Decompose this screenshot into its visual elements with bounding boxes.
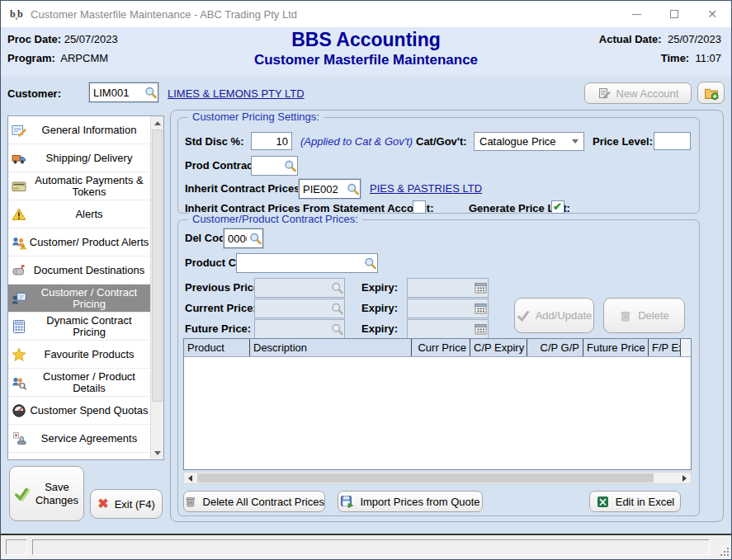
sidebar-scrollbar-thumb[interactable] (152, 129, 163, 402)
delete-icon (619, 309, 632, 322)
import-prices-from-quote-button[interactable]: Import Prices from Quote (338, 491, 483, 512)
import-icon (340, 495, 354, 509)
del-code-field[interactable] (224, 228, 263, 248)
inherit-contract-field[interactable] (299, 179, 361, 199)
column-header-description[interactable]: Description (250, 339, 412, 356)
close-icon: ✕ (707, 8, 717, 20)
cat-gov-select[interactable]: Catalogue Price (474, 132, 584, 151)
new-account-button: New Account (584, 82, 692, 104)
previous-expiry-input (408, 282, 474, 294)
app-title: BBS Accounting (254, 28, 478, 51)
save-check-icon (15, 487, 30, 501)
sidebar-item-alerts[interactable]: Alerts (8, 200, 151, 228)
column-header-curr-price[interactable]: Curr Price (412, 339, 470, 356)
program-value: ARPCMM (60, 52, 108, 64)
sidebar-item-customer-spend-quotas[interactable]: Customer Spend Quotas (8, 397, 151, 425)
header-left: Proc Date: 25/07/2023 Program: ARPCMM (7, 33, 118, 71)
exit-button[interactable]: ✖ Exit (F4) (90, 489, 163, 519)
product-code-field[interactable] (236, 253, 378, 273)
price-level-label: Price Level: (593, 135, 653, 148)
current-expiry-field (407, 299, 489, 318)
search-icon[interactable] (283, 159, 297, 172)
contract-prices-legend: Customer/Product Contract Prices: (188, 213, 362, 225)
delete-all-label: Delete All Contract Prices (203, 496, 324, 508)
trash-icon (184, 495, 197, 508)
screen-title: Customer Masterfile Maintenance (254, 51, 478, 69)
proc-date-label: Proc Date: (7, 33, 61, 45)
column-header-cp-gp[interactable]: C/P G/P (527, 339, 583, 356)
status-cell-main (32, 539, 710, 555)
scroll-left-icon[interactable] (184, 473, 196, 483)
minimize-button[interactable] (617, 1, 655, 27)
customer-product-details-icon (11, 375, 27, 390)
del-code-input[interactable] (224, 233, 248, 245)
sidebar-item-document-destinations[interactable]: Document Destinations (8, 256, 151, 285)
close-button[interactable]: ✕ (693, 1, 731, 27)
sidebar-list: General Information Shipping/ Delivery A… (8, 116, 151, 453)
time-label: Time: (661, 52, 689, 64)
scroll-right-icon[interactable] (678, 473, 691, 483)
column-header-filler (681, 339, 691, 356)
save-changes-button[interactable]: Save Changes (9, 466, 84, 521)
delete-all-contract-prices-button[interactable]: Delete All Contract Prices (183, 491, 325, 512)
sidebar-item-favourite-products[interactable]: Favourite Products (8, 341, 151, 369)
column-header-product[interactable]: Product (184, 339, 250, 356)
price-level-input[interactable] (654, 132, 691, 150)
search-icon[interactable] (248, 232, 262, 245)
search-icon (330, 302, 344, 315)
horizontal-scrollbar-thumb[interactable] (197, 473, 654, 482)
main-panel: Customer Pricing Settings: Std Disc %: (… (170, 110, 724, 522)
actual-date-value: 25/07/2023 (668, 33, 721, 45)
table-horizontal-scrollbar[interactable] (183, 472, 692, 484)
scroll-up-icon[interactable] (151, 116, 164, 129)
sidebar-item-customer-product-details[interactable]: Customer / Product Details (8, 369, 151, 397)
std-disc-input[interactable] (251, 132, 292, 150)
header-right: Actual Date: 25/07/2023 Time: 11:07 (599, 33, 721, 71)
product-code-input[interactable] (237, 257, 363, 270)
current-expiry-input (408, 303, 474, 315)
maximize-button[interactable] (655, 1, 693, 27)
column-header-cp-expiry[interactable]: C/P Expiry (470, 339, 527, 356)
title-bar: Customer Masterfile Maintenance - ABC Tr… (1, 1, 731, 27)
previous-expiry-field (407, 278, 489, 298)
search-icon[interactable] (144, 86, 158, 99)
inherit-contract-input[interactable] (300, 183, 346, 195)
scroll-down-icon[interactable] (151, 446, 164, 459)
contract-prices-group: Customer/Product Contract Prices: Del Co… (177, 219, 700, 516)
calculator-icon (11, 319, 27, 334)
sidebar-scrollbar[interactable] (150, 116, 163, 459)
add-update-label: Add/Update (536, 309, 593, 322)
current-price-input (255, 303, 330, 315)
previous-price-label: Previous Price: (185, 281, 263, 294)
sidebar-item-customer-product-alerts[interactable]: Customer/ Product Alerts (8, 228, 151, 256)
resize-grip[interactable] (719, 546, 729, 556)
prod-contract-input[interactable] (252, 160, 283, 172)
excel-icon (596, 495, 610, 509)
inherit-account-link[interactable]: PIES & PASTRIES LTD (370, 182, 482, 195)
customer-code-input[interactable] (90, 87, 144, 99)
inherit-statement-checkbox[interactable] (413, 200, 426, 214)
prod-contract-label: Prod Contract: (185, 159, 260, 172)
customer-code-field[interactable] (89, 82, 158, 102)
column-header-fp-ex[interactable]: F/P Ex (649, 339, 681, 356)
edit-in-excel-button[interactable]: Edit in Excel (589, 491, 681, 512)
sidebar-item-service-agreements[interactable]: Service Agreements (8, 425, 151, 453)
customer-name-link[interactable]: LIMES & LEMONS PTY LTD (168, 87, 305, 100)
generate-price-list-checkbox[interactable] (551, 200, 564, 214)
calendar-icon (474, 281, 488, 294)
sidebar-item-customer-contract-pricing[interactable]: Customer / Contract Pricing (8, 285, 151, 313)
sidebar-item-general-information[interactable]: General Information (8, 116, 151, 144)
sidebar-item-automatic-payments[interactable]: Automatic Payments & Tokens (8, 172, 151, 200)
prod-contract-field[interactable] (251, 156, 298, 176)
column-header-future-price[interactable]: Future Price (583, 339, 649, 356)
sidebar-item-shipping-delivery[interactable]: Shipping/ Delivery (8, 144, 151, 172)
chevron-down-icon[interactable] (567, 139, 583, 144)
search-icon (330, 281, 344, 294)
future-expiry-field (407, 319, 489, 339)
calendar-icon (474, 322, 488, 336)
sidebar-item-dynamic-contract-pricing[interactable]: Dynamic Contract Pricing (8, 313, 151, 341)
search-icon[interactable] (346, 182, 360, 195)
contract-prices-table: Product Description Curr Price C/P Expir… (183, 338, 692, 470)
search-icon[interactable] (363, 256, 377, 270)
open-account-folder-button[interactable] (697, 82, 725, 104)
